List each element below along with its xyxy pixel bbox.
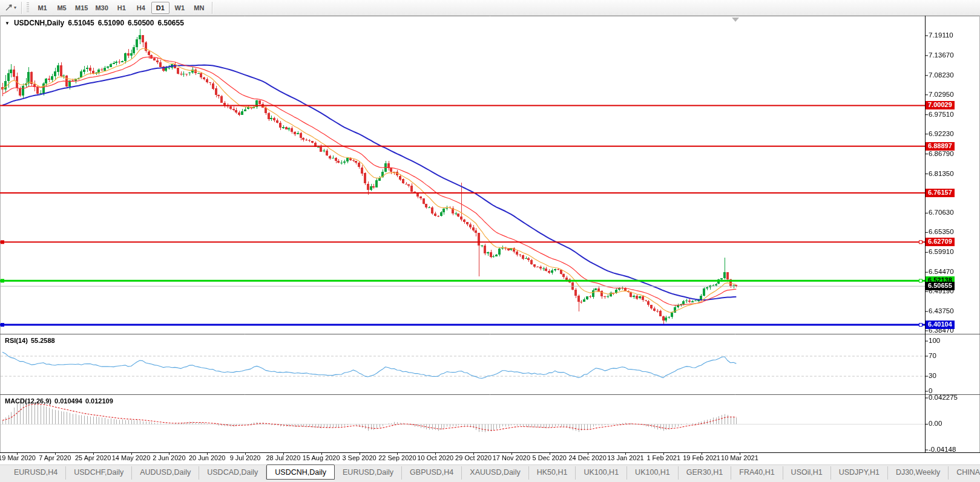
date-axis-label: 19 Mar 2020 [0, 454, 36, 461]
tab-audusd-daily[interactable]: AUDUSD,Daily [132, 466, 199, 480]
tab-xauusd-daily[interactable]: XAUUSD,Daily [462, 466, 528, 480]
timeframe-button-h4[interactable]: H4 [132, 2, 150, 14]
timeframe-button-m30[interactable]: M30 [92, 2, 111, 14]
date-axis-label: 7 Apr 2020 [39, 454, 71, 461]
rsi-indicator-label: RSI(14) 55.2588 [5, 337, 55, 344]
rsi-name: RSI(14) [5, 337, 28, 344]
tab-eurusd-h4[interactable]: EURUSD,H4 [6, 466, 66, 480]
timeframe-button-m15[interactable]: M15 [72, 2, 91, 14]
macd-value: 0.010494 [54, 397, 82, 405]
macd-axis-tick: -0.04148 [929, 446, 956, 453]
tab-uk100-h1[interactable]: UK100,H1 [576, 466, 627, 480]
tab-hk50-h1[interactable]: HK50,H1 [529, 466, 576, 480]
tab-fra40-h1[interactable]: FRA40,H1 [731, 466, 783, 480]
date-axis-label: 14 May 2020 [112, 454, 151, 461]
tab-ger30-h1[interactable]: GER30,H1 [679, 466, 731, 480]
toolbar-separator [212, 2, 213, 14]
price-axis-tick: 6.43750 [929, 307, 954, 314]
macd-signal-value: 0.012109 [85, 397, 113, 405]
level-price-chip: 7.00029 [926, 101, 955, 109]
macd-axis-tick: 0.042275 [929, 394, 958, 401]
toolbar-grip[interactable] [27, 2, 29, 13]
macd-indicator-label: MACD(12,26,9) 0.010494 0.012109 [5, 397, 113, 405]
chart-shift-marker-icon[interactable] [732, 18, 739, 22]
date-axis-label: 20 Jun 2020 [189, 454, 226, 461]
tab-usdchf-daily[interactable]: USDCHF,Daily [66, 466, 132, 480]
date-axis-label: 13 Jan 2021 [607, 454, 644, 461]
date-axis-label: 9 Jul 2020 [230, 454, 261, 461]
date-axis-label: 17 Nov 2020 [493, 454, 530, 461]
chart-title: ▼ USDCNH,Daily 6.51045 6.51090 6.50500 6… [5, 19, 184, 27]
chart-menu-triangle-icon[interactable]: ▼ [5, 21, 10, 26]
level-price-chip: 6.88897 [926, 142, 955, 151]
timeframe-button-d1[interactable]: D1 [151, 2, 169, 14]
date-axis-label: 10 Oct 2020 [417, 454, 453, 461]
quote-open: 6.51045 [68, 19, 94, 27]
timeframe-button-m5[interactable]: M5 [53, 2, 71, 14]
crosshair-cursor-icon [4, 3, 13, 12]
toolbar-separator [21, 2, 22, 14]
date-axis-label: 29 Oct 2020 [455, 454, 492, 461]
rsi-value: 55.2588 [31, 337, 55, 344]
date-axis-label: 22 Sep 2020 [378, 454, 416, 461]
chart-tabs: EURUSD,H4USDCHF,DailyAUDUSD,DailyUSDCAD,… [6, 466, 980, 480]
macd-name: MACD(12,26,9) [5, 397, 51, 405]
date-axis-label: 2 Jun 2020 [153, 454, 185, 461]
cursor-tool-button[interactable]: ▾ [2, 1, 18, 15]
chevron-down-icon: ▾ [14, 5, 16, 10]
date-axis-label: 25 Apr 2020 [75, 454, 111, 461]
price-axis-tick: 6.54470 [929, 268, 954, 275]
date-axis-label: 5 Dec 2020 [533, 454, 567, 461]
timeframe-button-mn[interactable]: MN [190, 2, 208, 14]
date-axis-label: 10 Mar 2021 [721, 454, 758, 461]
timeframe-button-h1[interactable]: H1 [113, 2, 131, 14]
quote-low: 6.50500 [128, 19, 154, 27]
chart-tab-bar: EURUSD,H4USDCHF,DailyAUDUSD,DailyUSDCAD,… [0, 464, 980, 482]
price-axis-tick: 7.08230 [929, 71, 954, 79]
tab-usdcnh-daily[interactable]: USDCNH,Daily [266, 464, 335, 480]
price-axis-tick: 6.97510 [929, 111, 954, 118]
quote-close: 6.50655 [157, 19, 183, 27]
tab-eurusd-daily[interactable]: EURUSD,Daily [335, 466, 402, 480]
level-price-chip: 6.76157 [926, 189, 955, 197]
date-axis-label: 15 Aug 2020 [303, 454, 340, 461]
chart-symbol-period: USDCNH,Daily [14, 19, 64, 27]
timeframe-button-w1[interactable]: W1 [171, 2, 189, 14]
price-axis-tick: 6.81350 [929, 170, 954, 177]
timeframe-button-group: M1M5M15M30H1H4D1W1MN [33, 2, 209, 14]
level-price-chip: 6.62709 [926, 238, 955, 246]
rsi-axis-tick: 30 [929, 372, 936, 379]
tab-uk100-h1[interactable]: UK100,H1 [627, 466, 679, 480]
macd-axis-tick: 0.00 [929, 420, 942, 427]
date-axis-label: 28 Jul 2020 [266, 454, 300, 461]
price-axis-tick: 6.86790 [929, 150, 954, 157]
price-axis-tick: 6.59910 [929, 248, 954, 255]
chart-canvas[interactable] [0, 16, 980, 457]
rsi-axis-tick: 100 [929, 337, 940, 344]
tab-usdcad-daily[interactable]: USDCAD,Daily [199, 466, 266, 480]
price-axis-tick: 6.92230 [929, 130, 954, 137]
mt4-window: { "icons": { "title_marker": "▼", "toolb… [0, 0, 980, 482]
rsi-axis-tick: 70 [929, 352, 936, 359]
date-axis-label: 24 Dec 2020 [568, 454, 606, 461]
current-price-chip: 6.50655 [926, 282, 955, 290]
price-axis-tick: 7.19110 [929, 31, 953, 39]
price-axis-tick: 6.70630 [929, 209, 954, 216]
price-axis-tick: 7.02950 [929, 91, 954, 98]
level-price-chip: 6.40104 [926, 321, 955, 329]
tab-usoil-h1[interactable]: USOil,H1 [783, 466, 831, 480]
tab-dj30-weekly[interactable]: DJ30,Weekly [888, 466, 949, 480]
timeframe-button-m1[interactable]: M1 [33, 2, 51, 14]
date-axis-label: 1 Feb 2021 [646, 454, 680, 461]
quote-high: 6.51090 [98, 19, 124, 27]
tab-china300-h1[interactable]: CHINA300,H1 [949, 466, 980, 480]
top-toolbar: ▾ M1M5M15M30H1H4D1W1MN [0, 0, 980, 16]
tab-usdjpy-h1[interactable]: USDJPY,H1 [831, 466, 888, 480]
tab-gbpusd-h4[interactable]: GBPUSD,H4 [402, 466, 462, 480]
price-axis-tick: 6.65350 [929, 228, 954, 235]
price-axis-tick: 7.13670 [929, 51, 954, 59]
date-axis-label: 3 Sep 2020 [342, 454, 376, 461]
date-axis-label: 19 Feb 2021 [683, 454, 720, 461]
